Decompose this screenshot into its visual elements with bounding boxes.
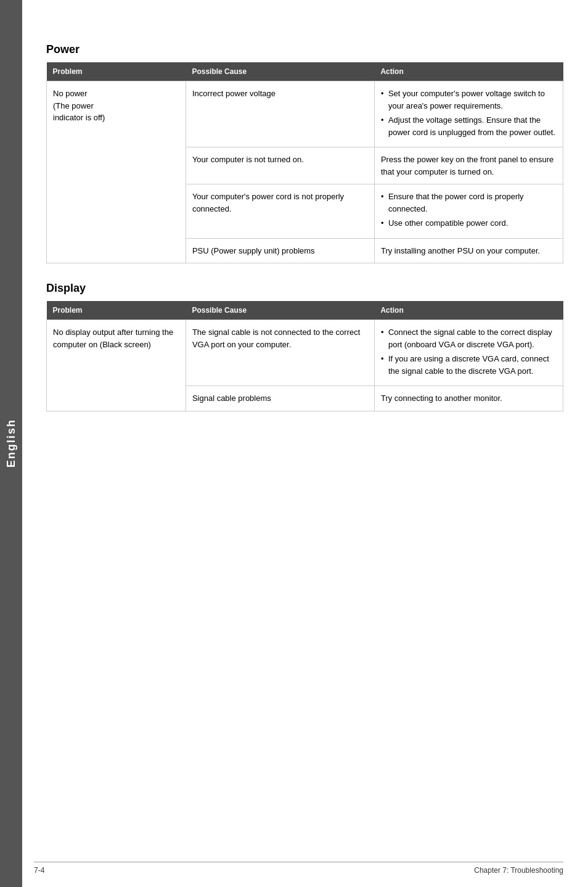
power-table: Problem Possible Cause Action No power(T…	[46, 62, 563, 263]
power-cause-1: Incorrect power voltage	[186, 81, 374, 147]
display-action-1: Connect the signal cable to the correct …	[374, 320, 563, 386]
main-content: Power Problem Possible Cause Action No p…	[34, 0, 588, 455]
footer-chapter: Chapter 7: Troubleshooting	[474, 866, 563, 875]
power-cause-2: Your computer is not turned on.	[186, 147, 374, 184]
display-action-2: Try connecting to another monitor.	[374, 386, 563, 411]
display-section: Display Problem Possible Cause Action No…	[46, 282, 563, 411]
power-action-3: Ensure that the power cord is properly c…	[374, 184, 563, 239]
display-table: Problem Possible Cause Action No display…	[46, 301, 563, 411]
power-cause-4: PSU (Power supply unit) problems	[186, 238, 374, 263]
sidebar: English	[0, 0, 22, 887]
sidebar-label: English	[5, 419, 18, 468]
table-row: No display output after turning the comp…	[47, 320, 563, 386]
power-problem-1: No power(The powerindicator is off)	[47, 81, 186, 263]
display-cause-2: Signal cable problems	[186, 386, 374, 411]
display-col-problem: Problem	[47, 301, 186, 320]
display-problem-1: No display output after turning the comp…	[47, 320, 186, 411]
power-action-1: Set your computer's power voltage switch…	[374, 81, 563, 147]
power-col-action: Action	[374, 62, 563, 81]
display-col-action: Action	[374, 301, 563, 320]
power-cause-3: Your computer's power cord is not proper…	[186, 184, 374, 239]
table-row: No power(The powerindicator is off) Inco…	[47, 81, 563, 147]
display-cause-1: The signal cable is not connected to the…	[186, 320, 374, 386]
display-section-title: Display	[46, 282, 563, 295]
footer: 7-4 Chapter 7: Troubleshooting	[34, 862, 563, 875]
power-col-cause: Possible Cause	[186, 62, 374, 81]
power-section: Power Problem Possible Cause Action No p…	[46, 43, 563, 263]
power-action-4: Try installing another PSU on your compu…	[374, 238, 563, 263]
footer-page: 7-4	[34, 866, 44, 875]
power-col-problem: Problem	[47, 62, 186, 81]
power-section-title: Power	[46, 43, 563, 56]
display-col-cause: Possible Cause	[186, 301, 374, 320]
power-action-2: Press the power key on the front panel t…	[374, 147, 563, 184]
